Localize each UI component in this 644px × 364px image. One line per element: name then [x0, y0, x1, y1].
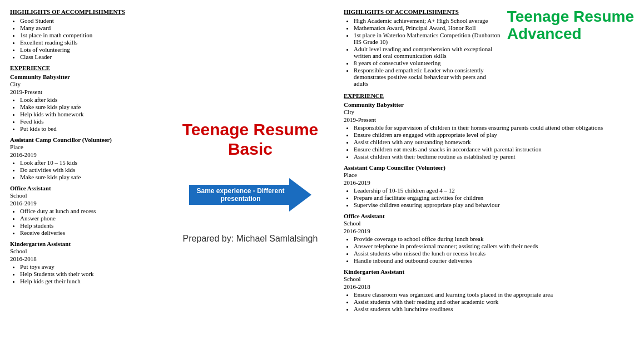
list-item: Assist students who missed the lunch or …: [354, 250, 634, 257]
list-item: Responsible and empathetic Leader who co…: [354, 67, 502, 87]
job-location: City: [10, 81, 157, 87]
left-highlights-title: HIGHLIGHTS OF ACCOMPLISHMENTS: [10, 8, 157, 15]
basic-title-line1: Teenage Resume: [182, 120, 319, 140]
right-panel: HIGHLIGHTS OF ACCOMPLISHMENTS High Acade…: [339, 6, 638, 358]
arrow-body: Same experience - Different presentation: [189, 185, 289, 205]
list-item: Prepare and facilitate engaging activiti…: [354, 194, 634, 201]
list-item: Help kids get their lunch: [20, 278, 157, 284]
list-item: Help students: [20, 222, 157, 229]
prepared-by-text: Prepared by: Michael Samlalsingh: [183, 234, 318, 243]
list-item: Make sure kids play safe: [20, 104, 157, 110]
list-item: Help Students with their work: [20, 270, 157, 277]
job-dates: 2016-2019: [344, 228, 634, 234]
list-item: Put toys away: [20, 263, 157, 270]
job-location: School: [344, 220, 634, 227]
right-experience-title: EXPERIENCE: [344, 92, 634, 99]
job-title: Kindergarten Assistant: [344, 268, 634, 275]
prepared-by-block: Prepared by: Michael Samlalsingh: [183, 234, 318, 244]
left-highlights: HIGHLIGHTS OF ACCOMPLISHMENTS Good Stude…: [10, 8, 157, 60]
job-location: City: [344, 109, 634, 115]
list-item: Ensure children are engaged with appropr…: [354, 131, 634, 138]
job-location: School: [10, 248, 157, 254]
list-item: Assist students with their reading and o…: [354, 298, 634, 305]
right-job-block-3: Office Assistant School 2016-2019 Provid…: [344, 213, 634, 264]
job-bullets: Provide coverage to school office during…: [344, 235, 634, 264]
job-title: Kindergarten Assistant: [10, 240, 157, 247]
arrow-shape: Same experience - Different presentation: [189, 178, 311, 211]
left-experience-title: EXPERIENCE: [10, 65, 157, 71]
job-title: Community Babysitter: [344, 101, 634, 108]
right-highlights-list: High Academic achievement; A+ High Schoo…: [344, 17, 502, 87]
list-item: Receive deliveries: [20, 229, 157, 236]
job-block-2: Assistant Camp Councillor (Volunteer) Pl…: [10, 136, 157, 180]
job-location: School: [10, 192, 157, 199]
job-bullets: Put toys away Help Students with their w…: [10, 263, 157, 284]
list-item: Do activities with kids: [20, 166, 157, 173]
job-dates: 2019-Present: [10, 88, 157, 95]
list-item: Provide coverage to school office during…: [354, 235, 634, 242]
job-dates: 2016-2019: [344, 179, 634, 186]
right-highlights-title: HIGHLIGHTS OF ACCOMPLISHMENTS: [344, 8, 502, 15]
job-location: Place: [344, 171, 634, 178]
list-item: Ensure classroom was organized and learn…: [354, 291, 634, 298]
list-item: Put kids to bed: [20, 125, 157, 132]
list-item: Class Leader: [20, 53, 157, 60]
list-item: Handle inbound and outbound courier deli…: [354, 257, 634, 264]
list-item: Help kids with homework: [20, 111, 157, 117]
basic-title-line2: Basic: [228, 140, 273, 159]
right-job-block-2: Assistant Camp Councillor (Volunteer) Pl…: [344, 164, 634, 208]
list-item: Answer telephone in professional manner;…: [354, 243, 634, 249]
job-bullets: Responsible for supervision of children …: [344, 124, 634, 160]
job-title: Assistant Camp Councillor (Volunteer): [344, 164, 634, 171]
list-item: Responsible for supervision of children …: [354, 124, 634, 131]
right-experience: EXPERIENCE Community Babysitter City 201…: [344, 92, 634, 312]
arrow-head: [289, 178, 311, 211]
job-dates: 2019-Present: [344, 116, 634, 123]
job-dates: 2016-2019: [10, 200, 157, 206]
page: HIGHLIGHTS OF ACCOMPLISHMENTS Good Stude…: [0, 0, 644, 364]
job-bullets: Look after kids Make sure kids play safe…: [10, 96, 157, 132]
job-block-1: Community Babysitter City 2019-Present L…: [10, 73, 157, 132]
arrow-container: Same experience - Different presentation: [189, 178, 311, 211]
job-bullets: Ensure classroom was organized and learn…: [344, 291, 634, 312]
list-item: Assist students with lunchtime readiness: [354, 306, 634, 312]
list-item: Supervise children ensuring appropriate …: [354, 201, 634, 208]
basic-title-block: Teenage Resume Basic: [182, 120, 319, 159]
job-title: Assistant Camp Councillor (Volunteer): [10, 136, 157, 143]
list-item: Look after 10 – 15 kids: [20, 159, 157, 166]
list-item: Mathematics Award, Principal Award, Hono…: [354, 24, 502, 31]
list-item: 8 years of consecutive volunteering: [354, 60, 502, 66]
list-item: Lots of volunteering: [20, 46, 157, 53]
list-item: Ensure children eat meals and snacks in …: [354, 146, 634, 153]
list-item: Assist children with any outstanding hom…: [354, 139, 634, 145]
list-item: Adult level reading and comprehension wi…: [354, 46, 502, 59]
list-item: Assist children with their bedtime routi…: [354, 153, 634, 160]
job-title: Office Assistant: [10, 185, 157, 191]
job-block-4: Kindergarten Assistant School 2016-2018 …: [10, 240, 157, 284]
job-dates: 2016-2019: [10, 151, 157, 158]
list-item: Good Student: [20, 17, 157, 24]
list-item: High Academic achievement; A+ High Schoo…: [354, 17, 502, 24]
job-block-3: Office Assistant School 2016-2019 Office…: [10, 185, 157, 236]
job-title: Community Babysitter: [10, 73, 157, 80]
list-item: Make sure kids play safe: [20, 174, 157, 180]
right-job-block-4: Kindergarten Assistant School 2016-2018 …: [344, 268, 634, 312]
list-item: 1st place in math competition: [20, 32, 157, 38]
list-item: Leadership of 10-15 children aged 4 – 12: [354, 187, 634, 194]
list-item: Excellent reading skills: [20, 39, 157, 46]
job-bullets: Look after 10 – 15 kids Do activities wi…: [10, 159, 157, 180]
job-title: Office Assistant: [344, 213, 634, 219]
left-highlights-list: Good Student Many award 1st place in mat…: [10, 17, 157, 60]
list-item: Feed kids: [20, 118, 157, 125]
advanced-title-line2: Advanced: [507, 26, 634, 43]
list-item: Look after kids: [20, 96, 157, 103]
list-item: 1st place in Waterloo Mathematics Compet…: [354, 32, 502, 45]
arrow-text: Same experience - Different presentation: [189, 187, 289, 203]
job-bullets: Office duty at lunch and recess Answer p…: [10, 208, 157, 236]
job-location: School: [344, 276, 634, 282]
list-item: Answer phone: [20, 215, 157, 222]
left-panel: HIGHLIGHTS OF ACCOMPLISHMENTS Good Stude…: [6, 6, 161, 358]
advanced-title-line1: Teenage Resume: [507, 8, 634, 26]
left-experience: EXPERIENCE Community Babysitter City 201…: [10, 65, 157, 284]
job-dates: 2016-2018: [10, 255, 157, 262]
